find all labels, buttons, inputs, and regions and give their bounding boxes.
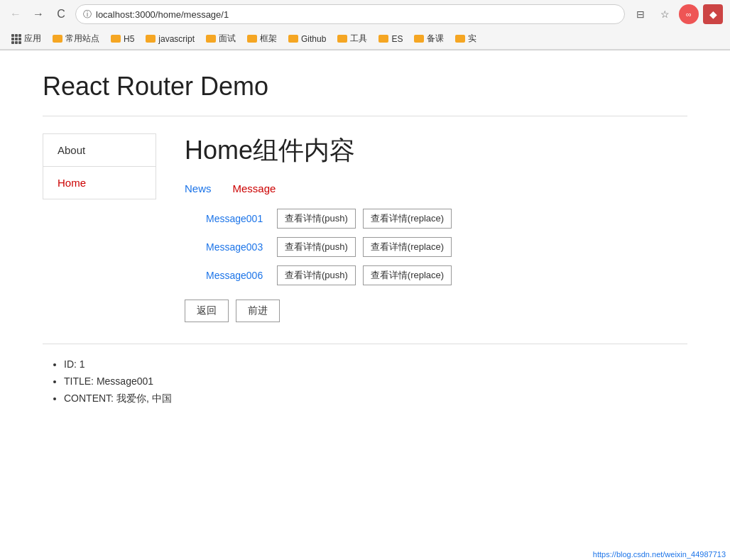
detail-item-id: ID: 1 xyxy=(64,358,687,370)
replace-btn-006[interactable]: 查看详情(replace) xyxy=(363,265,452,285)
url-text: localhost:3000/home/message/1 xyxy=(96,9,229,20)
sub-nav-message[interactable]: Message xyxy=(233,182,276,194)
refresh-button[interactable]: C xyxy=(53,6,70,23)
folder-icon xyxy=(378,35,388,43)
detail-title-text: TITLE: Message001 xyxy=(64,375,153,387)
replace-btn-003[interactable]: 查看详情(replace) xyxy=(363,237,452,257)
translate-button[interactable]: ⊟ xyxy=(631,4,650,24)
push-btn-003[interactable]: 查看详情(push) xyxy=(277,237,356,257)
home-title: Home组件内容 xyxy=(185,133,687,168)
bookmark-label: H5 xyxy=(124,34,134,44)
folder-icon xyxy=(53,35,62,43)
bookmark-label: 实 xyxy=(468,33,476,45)
star-button[interactable]: ☆ xyxy=(655,4,675,24)
folder-icon xyxy=(206,35,216,43)
page-content: React Router Demo About Home Home组件内容 Ne… xyxy=(0,50,730,432)
main-divider xyxy=(43,116,687,116)
bookmark-label: Github xyxy=(301,34,326,44)
bookmark-label: javascript xyxy=(158,34,195,44)
message-list: Message001 查看详情(push) 查看详情(replace) Mess… xyxy=(185,209,687,285)
sidebar-nav: About Home xyxy=(43,133,156,199)
page-title: React Router Demo xyxy=(43,72,687,101)
bookmark-label: 框架 xyxy=(260,33,277,45)
folder-icon xyxy=(146,35,156,43)
message-item-3: Message006 查看详情(push) 查看详情(replace) xyxy=(206,265,687,285)
toolbar-icons: ⊟ ☆ ∞ ◆ xyxy=(631,4,723,24)
sub-nav: News Message xyxy=(185,182,687,194)
bookmark-shi[interactable]: 实 xyxy=(451,31,481,46)
folder-icon xyxy=(337,35,347,43)
address-bar[interactable]: ⓘ localhost:3000/home/message/1 xyxy=(75,4,625,24)
forward-button[interactable]: → xyxy=(30,6,47,23)
bookmark-label: 常用站点 xyxy=(65,33,99,45)
message-item-1: Message001 查看详情(push) 查看详情(replace) xyxy=(206,209,687,229)
detail-item-title: TITLE: Message001 xyxy=(64,375,687,387)
push-btn-001[interactable]: 查看详情(push) xyxy=(277,209,356,229)
bookmark-label: 备课 xyxy=(427,33,444,45)
push-btn-006[interactable]: 查看详情(push) xyxy=(277,265,356,285)
sidebar-item-about-label: About xyxy=(58,144,85,156)
bookmark-label: 工具 xyxy=(350,33,367,45)
detail-item-content: CONTENT: 我爱你, 中国 xyxy=(64,392,687,405)
bookmark-apps[interactable]: 应用 xyxy=(7,31,45,46)
bookmark-mianshi[interactable]: 面试 xyxy=(202,31,240,46)
main-layout: About Home Home组件内容 News Message Message… xyxy=(43,133,687,344)
right-content: Home组件内容 News Message Message001 查看详情(pu… xyxy=(185,133,687,344)
replace-btn-001[interactable]: 查看详情(replace) xyxy=(363,209,452,229)
bookmark-label: ES xyxy=(391,34,403,44)
back-button[interactable]: ← xyxy=(7,6,24,23)
bookmark-apps-label: 应用 xyxy=(24,33,41,45)
detail-list: ID: 1 TITLE: Message001 CONTENT: 我爱你, 中国 xyxy=(43,358,687,405)
bookmark-javascript[interactable]: javascript xyxy=(141,33,199,45)
forward-nav-button[interactable]: 前进 xyxy=(236,300,280,322)
browser-chrome: ← → C ⓘ localhost:3000/home/message/1 ⊟ … xyxy=(0,0,730,50)
sidebar-item-home[interactable]: Home xyxy=(43,167,156,199)
message-item-2: Message003 查看详情(push) 查看详情(replace) xyxy=(206,237,687,257)
bookmark-es[interactable]: ES xyxy=(374,33,407,45)
folder-icon xyxy=(288,35,298,43)
footer-buttons: 返回 前进 xyxy=(185,300,687,322)
detail-id-text: ID: 1 xyxy=(64,358,85,370)
folder-icon xyxy=(455,35,465,43)
message-link-003[interactable]: Message003 xyxy=(206,241,270,253)
bookmark-h5[interactable]: H5 xyxy=(107,33,138,45)
back-nav-button[interactable]: 返回 xyxy=(185,300,229,322)
bookmark-label: 面试 xyxy=(219,33,236,45)
sidebar-item-about[interactable]: About xyxy=(43,134,156,167)
sidebar-item-home-label: Home xyxy=(58,177,86,189)
avatar-icon[interactable]: ∞ xyxy=(679,4,699,24)
extension-icon[interactable]: ◆ xyxy=(703,4,723,24)
message-link-001[interactable]: Message001 xyxy=(206,213,270,224)
bottom-section: ID: 1 TITLE: Message001 CONTENT: 我爱你, 中国 xyxy=(43,344,687,405)
folder-icon xyxy=(111,35,121,43)
sub-nav-news[interactable]: News xyxy=(185,182,212,194)
bookmark-beike[interactable]: 备课 xyxy=(410,31,448,46)
bookmark-github[interactable]: Github xyxy=(284,33,330,45)
browser-toolbar: ← → C ⓘ localhost:3000/home/message/1 ⊟ … xyxy=(0,0,730,28)
lock-icon: ⓘ xyxy=(83,9,92,21)
bookmark-gongju[interactable]: 工具 xyxy=(333,31,371,46)
folder-icon xyxy=(247,35,257,43)
apps-grid-icon xyxy=(11,34,21,44)
folder-icon xyxy=(414,35,424,43)
message-link-006[interactable]: Message006 xyxy=(206,270,270,281)
bookmarks-bar: 应用 常用站点 H5 javascript 面试 框架 Github 工具 xyxy=(0,28,730,50)
bookmark-changyong[interactable]: 常用站点 xyxy=(48,31,104,46)
bookmark-kuangjia[interactable]: 框架 xyxy=(243,31,281,46)
detail-content-text: CONTENT: 我爱你, 中国 xyxy=(64,392,172,404)
